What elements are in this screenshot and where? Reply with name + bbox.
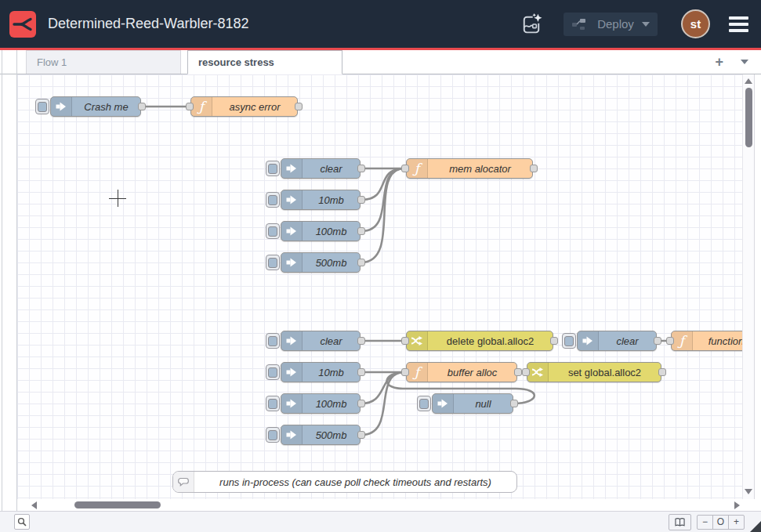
node-port[interactable] — [358, 338, 365, 345]
inject-arrow-icon — [433, 394, 454, 413]
node-inject-clear[interactable]: clear — [281, 331, 361, 351]
main-menu-button[interactable] — [727, 13, 750, 35]
h-scroll-left-button[interactable] — [31, 501, 37, 509]
wire-500mb-to-mem-alocator — [361, 168, 404, 262]
inject-trigger-button[interactable] — [417, 396, 431, 411]
resize-corner — [750, 521, 761, 532]
node-port[interactable] — [358, 197, 365, 204]
node-port[interactable] — [511, 400, 518, 407]
deploy-button-label: Deploy — [594, 17, 637, 31]
v-scroll-thumb[interactable] — [745, 88, 752, 147]
inject-trigger-button[interactable] — [266, 396, 280, 411]
book-map-icon — [674, 517, 686, 527]
wire-10mb-to-mem-alocator — [361, 168, 404, 200]
tab-flow-1[interactable]: Flow 1 — [26, 50, 181, 74]
zoom-out-button[interactable]: − — [698, 516, 712, 529]
h-scroll-thumb[interactable] — [74, 501, 161, 508]
node-inject-clear[interactable]: clear — [281, 158, 361, 179]
flow-canvas[interactable]: Crash meƒasync errorclear10mb100mb500mbƒ… — [17, 74, 742, 499]
node-label: 500mb — [303, 425, 360, 444]
h-scroll-right-button[interactable] — [734, 501, 740, 509]
node-port[interactable] — [358, 259, 365, 266]
inject-trigger-button[interactable] — [562, 333, 576, 349]
node-inject-100mb[interactable]: 100mb — [281, 393, 361, 414]
v-scroll-up-button[interactable] — [745, 78, 752, 84]
inject-trigger-button[interactable] — [266, 223, 280, 239]
node-inject-10mb[interactable]: 10mb — [281, 190, 361, 210]
node-port[interactable] — [402, 369, 409, 376]
search-button[interactable] — [14, 514, 30, 530]
node-comment-runs-in-process-can-cause-poll-check-timeouts-and-restarts[interactable]: runs in-process (can cause poll check ti… — [172, 471, 517, 493]
node-label: clear — [303, 159, 360, 178]
node-port[interactable] — [358, 369, 365, 376]
node-port[interactable] — [551, 338, 558, 345]
node-port[interactable] — [139, 103, 146, 110]
node-port[interactable] — [515, 369, 522, 376]
node-function-async-error[interactable]: ƒasync error — [190, 96, 298, 117]
ports-layer — [17, 74, 742, 499]
ai-flow-button[interactable] — [518, 11, 545, 38]
hamburger-icon — [729, 16, 748, 20]
instance-title: Determined-Reed-Warbler-8182 — [48, 16, 248, 32]
add-flow-button[interactable]: + — [715, 55, 723, 69]
inject-arrow-icon — [281, 425, 303, 444]
flow-list-caret-button[interactable] — [741, 60, 748, 64]
node-port[interactable] — [402, 338, 409, 345]
deploy-button[interactable]: Deploy — [564, 13, 658, 36]
node-inject-crash-me[interactable]: Crash me — [50, 96, 141, 117]
comment-icon — [173, 472, 194, 492]
tab-label: resource stress — [198, 56, 274, 68]
node-port[interactable] — [358, 165, 365, 172]
node-port[interactable] — [523, 369, 530, 376]
change-icon — [527, 363, 549, 382]
vertical-scrollbar — [742, 74, 754, 499]
ai-sparkle-flow-icon — [520, 13, 543, 36]
node-inject-500mb[interactable]: 500mb — [281, 252, 361, 273]
node-label: 500mb — [303, 253, 360, 272]
node-label: 10mb — [303, 363, 360, 382]
node-port[interactable] — [295, 103, 303, 110]
inject-trigger-button[interactable] — [266, 333, 280, 349]
node-port[interactable] — [358, 432, 365, 439]
node-function-mem-alocator[interactable]: ƒmem alocator — [406, 158, 533, 179]
inject-trigger-button[interactable] — [266, 192, 280, 208]
node-port[interactable] — [667, 338, 674, 345]
node-port[interactable] — [358, 400, 365, 407]
inject-trigger-button[interactable] — [266, 161, 280, 176]
inject-trigger-button[interactable] — [35, 99, 49, 114]
node-label: clear — [599, 331, 656, 350]
node-label: Crash me — [72, 97, 140, 116]
tab-resource-stress[interactable]: resource stress — [187, 50, 342, 74]
inject-trigger-button[interactable] — [266, 364, 280, 380]
node-label: clear — [303, 331, 360, 350]
zoom-in-button[interactable]: + — [728, 516, 744, 529]
navigator-button[interactable] — [669, 514, 691, 530]
node-inject-100mb[interactable]: 100mb — [281, 221, 361, 241]
node-port[interactable] — [659, 369, 666, 376]
node-port[interactable] — [402, 165, 409, 172]
node-inject-10mb[interactable]: 10mb — [281, 362, 361, 382]
inject-arrow-icon — [281, 363, 303, 382]
node-port[interactable] — [531, 165, 538, 172]
node-inject-clear[interactable]: clear — [577, 331, 657, 351]
node-function-function[interactable]: ƒfunction — [671, 331, 742, 351]
wires-layer — [17, 74, 742, 499]
node-port[interactable] — [358, 228, 365, 235]
deploy-caret-icon[interactable] — [642, 22, 650, 27]
node-port[interactable] — [654, 338, 661, 345]
node-label: 100mb — [303, 394, 360, 413]
deploy-nodes-icon — [571, 18, 587, 31]
node-inject-500mb[interactable]: 500mb — [281, 425, 361, 445]
zoom-reset-button[interactable]: O — [712, 516, 728, 529]
inject-trigger-button[interactable] — [266, 427, 280, 443]
v-scroll-down-button[interactable] — [745, 489, 752, 494]
user-avatar[interactable]: st — [681, 9, 710, 38]
node-change-set-global-alloc2[interactable]: set global.alloc2 — [527, 362, 661, 382]
node-function-buffer-alloc[interactable]: ƒbuffer alloc — [406, 362, 517, 382]
node-inject-null[interactable]: null — [432, 393, 513, 414]
canvas-row: Crash meƒasync errorclear10mb100mb500mbƒ… — [0, 74, 761, 499]
workspace: Flow 1 resource stress + Crash meƒasync … — [0, 50, 761, 511]
node-port[interactable] — [187, 103, 194, 110]
inject-trigger-button[interactable] — [266, 255, 280, 270]
node-change-delete-global-alloc2[interactable]: delete global.alloc2 — [406, 331, 553, 351]
